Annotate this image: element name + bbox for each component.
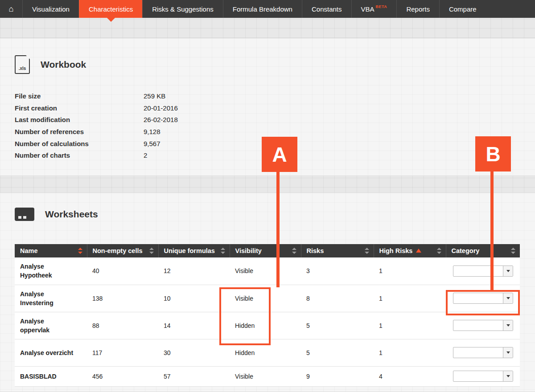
chevron-down-icon — [506, 324, 510, 327]
cell-visibility: Visible — [230, 257, 301, 285]
worksheets-title: Worksheets — [45, 209, 98, 220]
tab-vba[interactable]: VBA BETA — [351, 0, 397, 18]
cell-non-empty-cells: 40 — [87, 257, 158, 285]
workbook-title-row: .xls Workbook — [15, 55, 520, 74]
cell-high-risks: 1 — [374, 312, 446, 339]
tab-characteristics[interactable]: Characteristics — [79, 0, 142, 18]
table-row: Analyse oppervlak 88 14 Hidden 5 1 — [15, 312, 520, 339]
col-header-non-empty-cells[interactable]: Non-empty cells — [87, 244, 158, 257]
workbook-panel: .xls Workbook File size 259 KB First cre… — [0, 38, 535, 176]
cell-non-empty-cells: 117 — [87, 339, 158, 366]
cell-unique-formulas: 14 — [158, 312, 230, 339]
table-row: Analyse overzicht 117 30 Hidden 5 1 — [15, 339, 520, 366]
beta-badge: BETA — [376, 4, 387, 9]
field-number-of-calculations: Number of calculations 9,567 — [15, 138, 520, 150]
cell-risks: 9 — [301, 366, 374, 386]
category-select[interactable] — [453, 265, 513, 277]
col-header-risks[interactable]: Risks — [301, 244, 374, 257]
cell-high-risks: 4 — [374, 366, 446, 386]
category-select-button[interactable] — [503, 320, 513, 331]
worksheets-panel: Worksheets Name Non-empty cells Unique f… — [0, 192, 535, 392]
workbook-fields: File size 259 KB First creation 20-01-20… — [15, 90, 520, 161]
cell-unique-formulas: 10 — [158, 285, 230, 312]
cell-name: Analyse overzicht — [15, 339, 87, 366]
table-header-row: Name Non-empty cells Unique formulas Vis… — [15, 244, 520, 257]
chevron-down-icon — [506, 297, 510, 299]
chevron-down-icon — [506, 351, 510, 354]
tab-formula-breakdown[interactable]: Formula Breakdown — [223, 0, 302, 18]
sort-icon[interactable] — [78, 248, 82, 254]
cell-visibility: Hidden — [230, 312, 301, 339]
cell-unique-formulas: 30 — [158, 339, 230, 366]
home-icon: ⌂ — [9, 4, 14, 14]
cell-name: BASISBLAD — [15, 366, 87, 386]
workbook-title: Workbook — [41, 59, 86, 70]
tab-reports[interactable]: Reports — [396, 0, 439, 18]
cell-unique-formulas: 12 — [158, 257, 230, 285]
cell-unique-formulas: 57 — [158, 366, 230, 386]
category-select-button[interactable] — [503, 371, 513, 381]
sort-icon[interactable] — [149, 248, 154, 254]
table-row: Analyse Hypotheek 40 12 Visible 3 1 — [15, 257, 520, 285]
category-select[interactable] — [453, 293, 513, 304]
category-select[interactable] — [453, 371, 513, 382]
tab-visualization[interactable]: Visualization — [22, 0, 79, 18]
sort-icon[interactable] — [292, 248, 296, 254]
cell-visibility: Hidden — [230, 339, 301, 366]
sort-icon[interactable] — [511, 248, 515, 254]
field-file-size: File size 259 KB — [15, 90, 520, 102]
cell-visibility: Visible — [230, 285, 301, 312]
field-first-creation: First creation 20-01-2016 — [15, 102, 520, 114]
cell-risks: 5 — [301, 339, 374, 366]
table-row: Analyse Investering 138 10 Visible 8 1 — [15, 285, 520, 312]
col-header-unique-formulas[interactable]: Unique formulas — [158, 244, 230, 257]
sort-icon[interactable] — [437, 248, 441, 254]
category-select[interactable] — [453, 347, 513, 358]
chevron-down-icon — [506, 375, 510, 377]
worksheets-table: Name Non-empty cells Unique formulas Vis… — [15, 244, 520, 387]
cell-risks: 5 — [301, 312, 374, 339]
table-row: BASISBLAD 456 57 Visible 9 4 — [15, 366, 520, 386]
tab-risks-suggestions[interactable]: Risks & Suggestions — [142, 0, 223, 18]
cell-visibility: Visible — [230, 366, 301, 386]
cell-risks: 8 — [301, 285, 374, 312]
sort-icon[interactable] — [365, 248, 369, 254]
category-select-button[interactable] — [503, 293, 513, 303]
cell-name: Analyse Hypotheek — [15, 257, 87, 285]
tab-compare[interactable]: Compare — [439, 0, 486, 18]
cell-risks: 3 — [301, 257, 374, 285]
worksheets-title-row: Worksheets — [15, 208, 520, 221]
cell-name: Analyse oppervlak — [15, 312, 87, 339]
col-header-category[interactable]: Category — [446, 244, 520, 257]
chevron-down-icon — [506, 270, 510, 272]
xls-file-icon: .xls — [15, 55, 30, 74]
worksheet-icon — [15, 208, 34, 221]
sort-ascending-icon — [416, 249, 421, 253]
cell-high-risks: 1 — [374, 285, 446, 312]
category-select-button[interactable] — [503, 266, 513, 276]
cell-non-empty-cells: 138 — [87, 285, 158, 312]
tab-constants[interactable]: Constants — [302, 0, 351, 18]
home-tab[interactable]: ⌂ — [0, 0, 22, 18]
cell-high-risks: 1 — [374, 339, 446, 366]
field-number-of-charts: Number of charts 2 — [15, 149, 520, 161]
category-select[interactable] — [453, 320, 513, 331]
cell-high-risks: 1 — [374, 257, 446, 285]
cell-non-empty-cells: 88 — [87, 312, 158, 339]
col-header-high-risks[interactable]: High Risks — [374, 244, 446, 257]
field-number-of-references: Number of references 9,128 — [15, 126, 520, 138]
cell-name: Analyse Investering — [15, 285, 87, 312]
cell-non-empty-cells: 456 — [87, 366, 158, 386]
col-header-visibility[interactable]: Visibility — [230, 244, 301, 257]
field-last-modification: Last modification 26-02-2018 — [15, 114, 520, 126]
col-header-name[interactable]: Name — [15, 244, 87, 257]
top-nav: ⌂ Visualization Characteristics Risks & … — [0, 0, 535, 18]
category-select-button[interactable] — [503, 347, 513, 358]
sort-icon[interactable] — [221, 248, 225, 254]
